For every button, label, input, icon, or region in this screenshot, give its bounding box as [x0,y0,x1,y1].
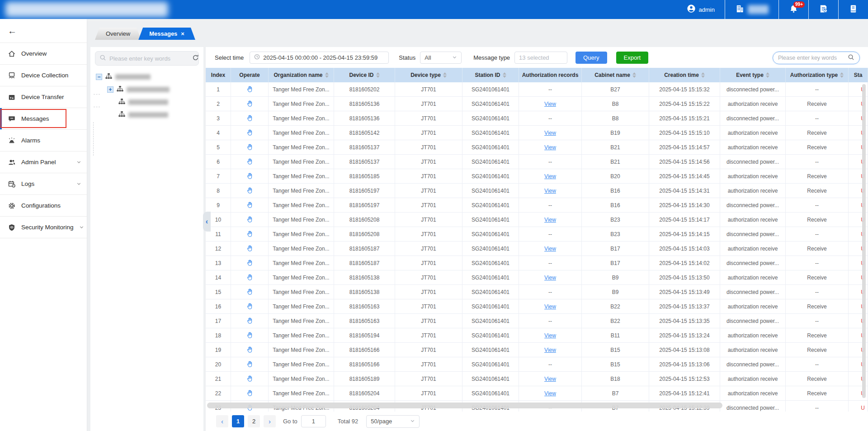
operate-hand-icon[interactable] [246,346,254,354]
column-header-cabinet-name[interactable]: Cabinet name [582,68,649,82]
sidebar-item-admin-panel[interactable]: Admin Panel [0,152,87,173]
keyword-search-input[interactable] [778,55,845,61]
operate-hand-icon[interactable] [246,230,254,238]
view-authorization-link[interactable]: View [544,275,556,281]
prev-page-button[interactable]: ‹ [216,415,228,427]
tree-node-child[interactable] [96,109,202,121]
page-button-1[interactable]: 1 [232,415,244,427]
tab-messages[interactable]: Messages× [138,28,195,40]
operate-hand-icon[interactable] [246,114,254,122]
organization-switcher[interactable] [725,0,778,19]
column-header-authorization-type[interactable]: Authorization type [786,68,849,82]
sort-carets-icon[interactable] [701,72,705,78]
cell-value: B15 [610,347,620,353]
sort-carets-icon[interactable] [325,72,329,78]
pending-tasks-button[interactable] [809,0,838,19]
cell-value: B8 [612,115,619,122]
collapse-sidebar-button[interactable]: ← [0,19,87,43]
operate-hand-icon[interactable] [246,375,254,383]
view-authorization-link[interactable]: View [544,303,556,310]
status-select[interactable]: All [420,52,462,64]
view-authorization-link[interactable]: View [544,347,556,353]
sidebar-item-device-collection[interactable]: Device Collection [0,65,87,86]
operate-hand-icon[interactable] [246,100,254,108]
view-authorization-link[interactable]: View [544,130,556,136]
export-button[interactable]: Export [616,52,649,64]
operate-hand-icon[interactable] [246,288,254,296]
query-button[interactable]: Query [576,52,607,64]
page-button-2[interactable]: 2 [248,415,260,427]
view-authorization-link[interactable]: View [544,173,556,180]
operate-hand-icon[interactable] [246,129,254,137]
column-header-organization-name[interactable]: Organization name [269,68,334,82]
operate-hand-icon[interactable] [246,303,254,310]
collapse-tree-button[interactable]: ‹ [203,212,211,232]
sidebar-item-configurations[interactable]: Configurations [0,195,87,217]
tree-node-child[interactable] [96,96,202,109]
sidebar-item-security-monitoring[interactable]: Security Monitoring [0,217,87,238]
cell-device-type: JT701 [395,256,462,270]
sort-carets-icon[interactable] [840,72,844,78]
column-header-device-id[interactable]: Device ID [334,68,395,82]
view-authorization-link[interactable]: View [544,332,556,339]
operate-hand-icon[interactable] [246,317,254,325]
operate-hand-icon[interactable] [246,389,254,397]
sidebar-item-device-transfer[interactable]: Device Transfer [0,86,87,108]
message-type-select[interactable]: 13 selected [514,52,567,64]
cell-value: Tanger Med Free Zon... [273,318,329,324]
operate-hand-icon[interactable] [246,143,254,151]
operate-hand-icon[interactable] [246,172,254,180]
column-header-creation-time[interactable]: Creation time [649,68,720,82]
goto-page-input[interactable] [301,415,326,427]
search-icon[interactable] [848,54,854,62]
operate-hand-icon[interactable] [246,360,254,368]
view-authorization-link[interactable]: View [544,246,556,252]
sidebar-item-alarms[interactable]: Alarms [0,130,87,152]
operate-hand-icon[interactable] [246,332,254,339]
refresh-icon[interactable] [192,54,199,63]
sidebar-item-messages[interactable]: Messages [0,108,87,130]
sort-carets-icon[interactable] [503,72,506,78]
view-authorization-link[interactable]: View [544,101,556,107]
column-header-station-id[interactable]: Station ID [462,68,519,82]
tree-node-child[interactable]: + [96,83,202,96]
operate-hand-icon[interactable] [246,201,254,209]
manual-button[interactable] [839,0,868,19]
view-authorization-link[interactable]: View [544,217,556,223]
tab-overview[interactable]: Overview [95,28,141,40]
cell-value: B15 [610,361,620,368]
user-menu[interactable]: admin [677,0,725,19]
view-authorization-link[interactable]: View [544,144,556,151]
horizontal-scrollbar[interactable] [207,403,722,408]
next-page-button[interactable]: › [264,415,276,427]
operate-hand-icon[interactable] [246,187,254,194]
expand-node-icon[interactable]: + [107,86,113,93]
operate-hand-icon[interactable] [246,274,254,281]
tree-search-input[interactable] [109,55,189,62]
close-tab-icon[interactable]: × [181,30,184,37]
view-authorization-link[interactable]: View [544,390,556,397]
sidebar-item-overview[interactable]: Overview [0,43,87,65]
operate-hand-icon[interactable] [246,259,254,267]
collapse-node-icon[interactable]: − [96,74,102,80]
cell-organization: Tanger Med Free Zon... [269,285,334,299]
sort-carets-icon[interactable] [632,72,636,78]
sort-carets-icon[interactable] [766,72,769,78]
view-authorization-link[interactable]: View [544,376,556,382]
operate-hand-icon[interactable] [246,216,254,223]
column-header-device-type[interactable]: Device type [395,68,462,82]
column-header-event-type[interactable]: Event type [720,68,786,82]
time-range-value: 2025-04-15 00:00:00 - 2025-04-15 23:59:5… [263,54,377,61]
view-authorization-link[interactable]: View [544,188,556,194]
tree-node-root[interactable]: − [96,71,202,83]
page-size-select[interactable]: 50/page [366,415,420,428]
operate-hand-icon[interactable] [246,158,254,166]
time-range-picker[interactable]: 2025-04-15 00:00:00 - 2025-04-15 23:59:5… [250,52,389,64]
sort-carets-icon[interactable] [443,72,447,78]
sidebar-item-logs[interactable]: Logs [0,173,87,195]
operate-hand-icon[interactable] [246,85,254,93]
operate-hand-icon[interactable] [246,245,254,252]
notifications-button[interactable]: 99+ [779,0,808,19]
vertical-scrollbar[interactable] [862,84,866,398]
sort-carets-icon[interactable] [376,72,380,78]
